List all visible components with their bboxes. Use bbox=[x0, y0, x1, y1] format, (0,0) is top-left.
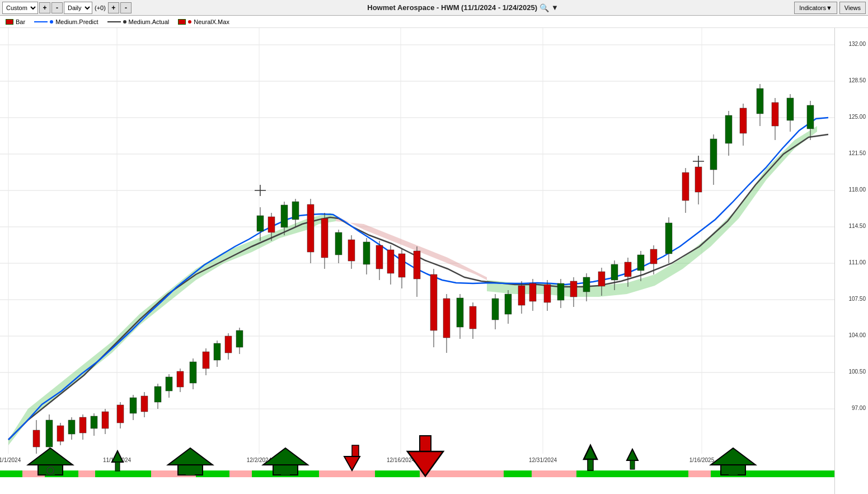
svg-rect-28 bbox=[68, 420, 75, 434]
dropdown-icon[interactable]: ▼ bbox=[551, 3, 559, 12]
svg-rect-70 bbox=[321, 218, 328, 258]
legend-bar-item: Bar bbox=[6, 18, 25, 25]
svg-rect-54 bbox=[225, 336, 232, 353]
svg-text:11/1/2024: 11/1/2024 bbox=[0, 457, 21, 463]
offset-minus-button[interactable]: - bbox=[120, 2, 132, 13]
svg-rect-46 bbox=[177, 371, 184, 387]
svg-text:12/31/2024: 12/31/2024 bbox=[529, 457, 557, 463]
svg-rect-22 bbox=[33, 430, 40, 447]
neuralx-swatch bbox=[178, 19, 186, 25]
svg-rect-30 bbox=[79, 417, 86, 433]
y-axis: 132.00 128.50 125.00 121.50 118.00 114.5… bbox=[834, 28, 868, 494]
svg-rect-160 bbox=[532, 470, 576, 477]
add-button[interactable]: + bbox=[39, 2, 50, 13]
svg-rect-66 bbox=[292, 202, 299, 220]
svg-rect-100 bbox=[529, 283, 536, 301]
svg-rect-68 bbox=[307, 204, 314, 252]
y-label-107: 107.50 bbox=[848, 296, 866, 302]
svg-rect-86 bbox=[430, 274, 437, 330]
y-label-128: 128.50 bbox=[848, 77, 866, 83]
svg-marker-179 bbox=[584, 445, 597, 459]
svg-rect-114 bbox=[625, 262, 631, 277]
svg-rect-104 bbox=[557, 283, 564, 300]
svg-rect-32 bbox=[91, 416, 97, 428]
legend-medium-actual: Medium.Actual bbox=[107, 18, 170, 25]
y-label-118: 118.00 bbox=[848, 187, 866, 193]
svg-rect-157 bbox=[375, 470, 420, 477]
neuralx-dot bbox=[188, 20, 191, 24]
svg-rect-62 bbox=[268, 217, 275, 232]
svg-rect-118 bbox=[650, 249, 657, 264]
offset-plus-button[interactable]: + bbox=[108, 2, 119, 13]
legend-neuralx: NeuralX.Max bbox=[178, 18, 229, 25]
y-label-121: 121.50 bbox=[848, 150, 866, 156]
svg-marker-172 bbox=[263, 448, 308, 465]
views-button[interactable]: Views bbox=[839, 2, 866, 14]
indicators-button[interactable]: Indicators▼ bbox=[794, 2, 837, 14]
svg-rect-48 bbox=[190, 362, 196, 383]
svg-rect-102 bbox=[544, 285, 551, 302]
svg-rect-98 bbox=[518, 286, 525, 305]
search-icon[interactable]: 🔍 bbox=[539, 3, 549, 12]
svg-rect-80 bbox=[387, 250, 394, 273]
svg-marker-19 bbox=[336, 216, 487, 280]
y-label-114: 114.50 bbox=[848, 223, 866, 229]
toolbar: Custom + - Daily (+0) + - Howmet Aerospa… bbox=[0, 0, 868, 16]
neuralx-label: NeuralX.Max bbox=[194, 18, 229, 25]
svg-rect-168 bbox=[115, 462, 120, 471]
medium-predict-swatch bbox=[34, 21, 48, 22]
svg-marker-164 bbox=[28, 448, 73, 465]
svg-rect-136 bbox=[772, 102, 778, 126]
y-label-100: 100.50 bbox=[848, 369, 866, 375]
chart-main[interactable]: 11/1/2024 11/15/2024 12/2/2024 12/16/202… bbox=[0, 28, 834, 494]
svg-rect-78 bbox=[376, 245, 383, 269]
svg-rect-180 bbox=[588, 459, 593, 470]
svg-marker-176 bbox=[344, 456, 360, 470]
svg-rect-82 bbox=[398, 254, 405, 277]
svg-rect-84 bbox=[414, 251, 420, 279]
svg-rect-124 bbox=[695, 167, 702, 192]
offset-display: (+0) bbox=[93, 4, 107, 11]
svg-rect-50 bbox=[203, 352, 209, 369]
svg-marker-183 bbox=[711, 448, 756, 465]
legend-bar: Bar Medium.Predict Medium.Actual NeuralX… bbox=[0, 16, 868, 28]
svg-rect-156 bbox=[319, 470, 375, 477]
chart-svg: 11/1/2024 11/15/2024 12/2/2024 12/16/202… bbox=[0, 28, 834, 494]
svg-marker-18 bbox=[8, 213, 336, 445]
svg-rect-175 bbox=[352, 445, 359, 456]
svg-rect-108 bbox=[583, 277, 590, 292]
remove-button[interactable]: - bbox=[51, 2, 63, 13]
svg-rect-112 bbox=[611, 264, 618, 280]
svg-rect-64 bbox=[281, 205, 288, 227]
chart-area: 11/1/2024 11/15/2024 12/2/2024 12/16/202… bbox=[0, 28, 868, 494]
svg-rect-36 bbox=[117, 405, 124, 423]
svg-rect-154 bbox=[229, 470, 252, 477]
y-label-132: 132.00 bbox=[848, 41, 866, 47]
svg-rect-151 bbox=[95, 470, 151, 477]
svg-rect-162 bbox=[688, 470, 711, 477]
svg-rect-120 bbox=[665, 223, 672, 254]
svg-rect-44 bbox=[166, 377, 172, 391]
svg-rect-96 bbox=[505, 294, 512, 314]
y-label-97: 97.00 bbox=[852, 405, 866, 411]
svg-rect-94 bbox=[492, 299, 499, 320]
svg-rect-116 bbox=[637, 255, 644, 271]
svg-marker-181 bbox=[627, 449, 638, 460]
svg-rect-177 bbox=[420, 436, 431, 451]
svg-rect-158 bbox=[420, 470, 504, 477]
svg-rect-147 bbox=[0, 470, 22, 477]
svg-rect-182 bbox=[630, 460, 635, 469]
svg-rect-88 bbox=[443, 299, 450, 338]
svg-rect-40 bbox=[141, 396, 148, 412]
svg-text:1/16/2025: 1/16/2025 bbox=[689, 457, 715, 463]
svg-rect-185 bbox=[729, 469, 738, 475]
svg-rect-132 bbox=[740, 108, 747, 133]
svg-rect-174 bbox=[281, 469, 290, 475]
svg-rect-42 bbox=[154, 386, 161, 402]
timeframe-select[interactable]: Daily bbox=[64, 2, 92, 14]
svg-rect-130 bbox=[725, 115, 732, 143]
svg-rect-171 bbox=[186, 469, 195, 475]
preset-select[interactable]: Custom bbox=[2, 2, 38, 14]
legend-medium-predict: Medium.Predict bbox=[34, 18, 98, 25]
svg-rect-38 bbox=[130, 398, 137, 413]
